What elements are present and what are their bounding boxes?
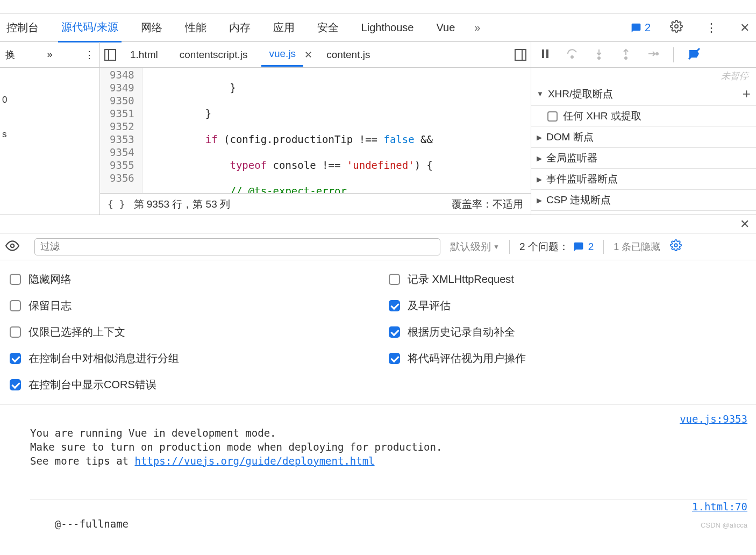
- console-toolbar: 默认级别 ▼ 2 个问题： 2 1 条已隐藏: [0, 233, 756, 260]
- source-link[interactable]: 1.html:70: [692, 500, 747, 514]
- code-content: } } if (config.productionTip !== false &…: [142, 68, 445, 193]
- chevron-down-icon: ▼: [493, 243, 500, 251]
- tab-sources[interactable]: 源代码/来源: [58, 13, 122, 42]
- chevron-right-icon: ▶: [537, 175, 542, 183]
- setting-user-activation[interactable]: 将代码评估视为用户操作: [389, 351, 746, 366]
- chevron-down-icon: ▼: [537, 90, 544, 98]
- navigator-stub-line: s: [2, 129, 97, 140]
- step-into-icon[interactable]: [593, 47, 605, 62]
- chevron-right-icon: ▶: [537, 196, 542, 204]
- any-xhr-checkbox[interactable]: 任何 XHR 或提取: [531, 106, 756, 127]
- format-icon[interactable]: { }: [108, 198, 125, 210]
- editor-status-bar: { } 第 9353 行，第 53 列 覆盖率：不适用: [100, 193, 531, 215]
- event-breakpoints-header[interactable]: ▶事件监听器断点: [531, 169, 756, 190]
- console-message: @---fullname 1.html:70: [30, 499, 747, 555]
- tab-performance[interactable]: 性能: [182, 14, 210, 41]
- setting-preserve-log[interactable]: 保留日志: [10, 298, 367, 313]
- setting-eager-eval[interactable]: 及早评估: [389, 298, 746, 313]
- file-tab[interactable]: 1.html: [123, 44, 166, 66]
- settings-icon[interactable]: [667, 20, 686, 36]
- file-tab-active[interactable]: vue.js: [261, 42, 303, 67]
- console-message: You are running Vue in development mode.…: [30, 412, 747, 496]
- tab-lighthouse[interactable]: Lighthouse: [358, 15, 417, 40]
- message-icon: [573, 241, 584, 252]
- toggle-debugger-icon[interactable]: [515, 49, 526, 61]
- source-link[interactable]: vue.js:9353: [680, 412, 747, 426]
- file-tabs: 1.html contentscript.js vue.js ✕ content…: [100, 42, 531, 68]
- console-output: You are running Vue in development mode.…: [0, 404, 756, 555]
- tab-memory[interactable]: 内存: [226, 14, 254, 41]
- file-tab[interactable]: content.js: [319, 44, 377, 66]
- svg-point-3: [571, 56, 573, 58]
- deactivate-breakpoints-icon[interactable]: [688, 47, 701, 62]
- more-icon[interactable]: »: [47, 49, 52, 60]
- setting-selected-context[interactable]: 仅限已选择的上下文: [10, 325, 367, 339]
- svg-point-0: [675, 25, 678, 28]
- navigator-pane: 换 » ⋮ 0 s: [0, 42, 100, 215]
- chevron-right-icon: ▶: [537, 154, 542, 162]
- csp-breakpoints-header[interactable]: ▶CSP 违规断点: [531, 190, 756, 211]
- setting-cors-errors[interactable]: 在控制台中显示CORS错误: [10, 378, 367, 392]
- file-tab[interactable]: contentscript.js: [172, 44, 255, 66]
- drawer-header: ✕: [0, 215, 756, 233]
- navigator-stub-line: 0: [2, 95, 97, 105]
- issues-badge[interactable]: 2: [631, 22, 651, 34]
- more-tabs-icon[interactable]: »: [474, 22, 480, 34]
- message-icon: [631, 23, 641, 33]
- pause-icon[interactable]: [539, 47, 552, 62]
- global-listeners-header[interactable]: ▶全局监听器: [531, 148, 756, 169]
- navigator-stub: 换: [5, 48, 15, 61]
- coverage-status: 覆盖率：不适用: [452, 197, 523, 211]
- filter-input[interactable]: [34, 238, 440, 255]
- console-settings-icon[interactable]: [670, 239, 682, 254]
- setting-autocomplete-history[interactable]: 根据历史记录自动补全: [389, 325, 746, 339]
- svg-point-9: [675, 244, 678, 247]
- step-out-icon[interactable]: [619, 47, 632, 62]
- setting-log-xhr[interactable]: 记录 XMLHttpRequest: [389, 272, 746, 287]
- kebab-icon[interactable]: ⋮: [702, 21, 721, 35]
- close-tab-icon[interactable]: ✕: [304, 49, 312, 61]
- step-over-icon[interactable]: [566, 47, 579, 62]
- svg-point-4: [598, 57, 600, 59]
- tab-security[interactable]: 安全: [314, 14, 342, 41]
- svg-rect-1: [542, 49, 544, 58]
- cursor-position: 第 9353 行，第 53 列: [134, 197, 231, 211]
- paused-hint: 未暂停: [531, 68, 756, 82]
- log-level-select[interactable]: 默认级别 ▼: [450, 240, 500, 254]
- add-breakpoint-icon[interactable]: +: [743, 86, 751, 102]
- code-editor[interactable]: 934893499350935193529353935493559356 } }…: [100, 68, 531, 193]
- tab-network[interactable]: 网络: [138, 14, 166, 41]
- line-gutter: 934893499350935193529353935493559356: [100, 68, 142, 193]
- watermark: CSDN @alicca: [701, 521, 747, 529]
- devtools-tabs: 控制台 源代码/来源 网络 性能 内存 应用 安全 Lighthouse Vue…: [0, 14, 756, 42]
- issues-indicator[interactable]: 2 个问题： 2: [519, 240, 594, 254]
- svg-point-5: [625, 57, 627, 59]
- close-drawer-icon[interactable]: ✕: [740, 217, 750, 231]
- setting-hide-network[interactable]: 隐藏网络: [10, 272, 367, 287]
- xhr-breakpoints-header[interactable]: ▼ XHR/提取断点 +: [531, 82, 756, 106]
- console-settings: 隐藏网络 记录 XMLHttpRequest 保留日志 及早评估 仅限已选择的上…: [0, 260, 756, 404]
- step-icon[interactable]: [646, 47, 659, 62]
- svg-point-6: [656, 53, 658, 55]
- setting-group-similar[interactable]: 在控制台中对相似消息进行分组: [10, 351, 367, 366]
- live-expression-icon[interactable]: [5, 239, 19, 255]
- debugger-pane: 未暂停 ▼ XHR/提取断点 + 任何 XHR 或提取 ▶DOM 断点 ▶全局监…: [531, 42, 756, 215]
- console-link[interactable]: https://vuejs.org/guide/deployment.html: [134, 455, 374, 467]
- kebab-icon[interactable]: ⋮: [84, 49, 94, 61]
- svg-rect-2: [546, 49, 548, 58]
- tab-application[interactable]: 应用: [270, 14, 298, 41]
- tab-vue[interactable]: Vue: [433, 15, 458, 40]
- toggle-navigator-icon[interactable]: [104, 49, 116, 61]
- checkbox-icon: [547, 111, 558, 122]
- svg-point-8: [11, 244, 15, 247]
- hidden-messages[interactable]: 1 条已隐藏: [614, 240, 660, 253]
- tab-console[interactable]: 控制台: [3, 14, 42, 41]
- close-devtools-icon[interactable]: ✕: [737, 21, 753, 35]
- chevron-right-icon: ▶: [537, 133, 542, 141]
- dom-breakpoints-header[interactable]: ▶DOM 断点: [531, 127, 756, 148]
